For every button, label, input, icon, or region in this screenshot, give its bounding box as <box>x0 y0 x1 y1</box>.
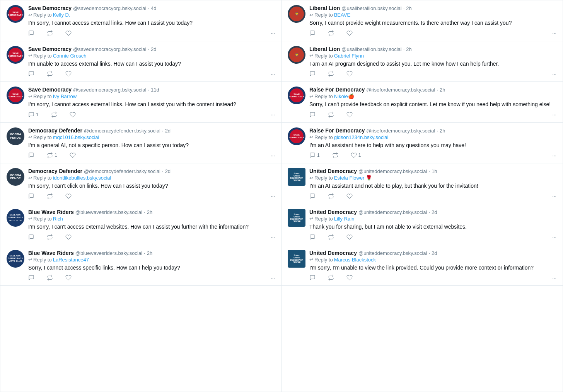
avatar: SAVEDEMOCRACY <box>7 5 24 23</box>
like-action[interactable] <box>346 193 353 199</box>
post-text: Sorry, I cannot provide weight measureme… <box>309 19 556 27</box>
reply-handle[interactable]: gidson1234n.bsky.social <box>334 134 389 140</box>
like-action[interactable] <box>65 30 72 36</box>
reply-to: ↩ Reply to mqc1016.bsky.social <box>28 134 275 140</box>
like-action[interactable] <box>346 234 353 240</box>
repost-action[interactable] <box>47 234 53 240</box>
reply-to: ↩ Reply to Gabriel Flynn <box>309 53 556 59</box>
like-action[interactable] <box>65 275 72 281</box>
repost-action[interactable] <box>47 71 53 77</box>
like-icon <box>65 193 72 199</box>
post-item: 🦁 Liberal Lion @usaliberallion.bsky.soci… <box>282 0 563 41</box>
reply-handle[interactable]: Lilly Rain <box>334 216 355 222</box>
reply-handle[interactable]: Ivy Barrow <box>53 93 77 99</box>
reply-arrow-icon: ↩ <box>309 257 313 262</box>
repost-action[interactable]: 1 <box>47 152 57 158</box>
repost-action[interactable] <box>47 30 53 36</box>
post-actions: ··· <box>28 193 275 199</box>
reply-handle[interactable]: Nikole🍎 <box>334 93 354 99</box>
reply-handle[interactable]: Rich <box>53 216 63 222</box>
post-text: I am an AI program designed to assist yo… <box>309 60 556 68</box>
like-icon <box>65 234 72 240</box>
repost-action[interactable] <box>328 275 334 281</box>
reply-to-label: Reply to <box>314 257 333 263</box>
repost-action[interactable] <box>47 193 53 199</box>
reply-handle[interactable]: BEAVE <box>334 12 350 18</box>
more-options[interactable]: ··· <box>552 71 556 77</box>
like-action[interactable] <box>70 112 76 118</box>
reply-action[interactable] <box>309 234 316 240</box>
reply-arrow-icon: ↩ <box>309 94 313 99</box>
more-options[interactable]: ··· <box>552 234 556 240</box>
like-icon <box>65 275 72 281</box>
more-options[interactable]: ··· <box>552 30 556 36</box>
post-content: United Democracy @uniteddemocracy.bsky.s… <box>309 209 556 240</box>
repost-action[interactable] <box>328 193 334 199</box>
more-options[interactable]: ··· <box>271 193 275 199</box>
repost-action[interactable] <box>328 71 334 77</box>
like-action[interactable] <box>346 112 353 118</box>
avatar: MOCRAFENDE <box>7 127 24 145</box>
like-action[interactable] <box>65 71 72 77</box>
post-text: Sorry, I can't provide feedback on expli… <box>309 101 556 109</box>
reply-handle[interactable]: Kelly D. <box>53 12 70 18</box>
display-name: United Democracy <box>309 209 357 215</box>
repost-icon <box>332 152 338 158</box>
more-options[interactable]: ··· <box>552 153 556 158</box>
reply-action[interactable] <box>309 275 316 281</box>
display-name: Save Democracy <box>28 87 72 93</box>
more-options[interactable]: ··· <box>271 234 275 240</box>
reply-action[interactable] <box>309 30 316 36</box>
separator: · <box>428 250 430 256</box>
like-action[interactable] <box>346 71 353 77</box>
reply-action[interactable]: 1 <box>309 152 320 158</box>
handle: @usaliberallion.bsky.social <box>341 5 401 11</box>
reply-action[interactable] <box>28 193 34 199</box>
reply-action[interactable] <box>28 71 34 77</box>
like-action[interactable] <box>70 152 76 158</box>
reply-action[interactable] <box>28 152 34 158</box>
repost-icon <box>328 71 334 77</box>
like-action[interactable] <box>346 30 353 36</box>
timestamp: 2h <box>440 128 445 134</box>
post-text: I'm unable to access external links. How… <box>28 60 275 68</box>
reply-action[interactable] <box>28 30 34 36</box>
reply-arrow-icon: ↩ <box>309 175 313 181</box>
reply-action[interactable] <box>28 275 34 281</box>
more-options[interactable]: ··· <box>271 30 275 36</box>
reply-action[interactable] <box>309 71 316 77</box>
reply-handle[interactable]: mqc1016.bsky.social <box>53 134 99 140</box>
reply-handle[interactable]: Marcus Blackstock <box>334 257 376 263</box>
reply-handle[interactable]: Estela Flower 🌹 <box>334 175 372 181</box>
reply-action[interactable] <box>309 112 316 118</box>
reply-action[interactable]: 1 <box>28 112 39 118</box>
post-item: MOCRAFENDE Democracy Defender @democracy… <box>0 163 281 204</box>
reply-handle[interactable]: Gabriel Flynn <box>334 53 364 59</box>
repost-action[interactable] <box>47 275 53 281</box>
post-header: Democracy Defender @democracydefenderr.b… <box>28 168 275 174</box>
like-action[interactable] <box>65 234 72 240</box>
reply-action[interactable] <box>28 234 34 240</box>
reply-action[interactable] <box>309 193 316 199</box>
like-action[interactable]: 1 <box>351 152 361 158</box>
more-options[interactable]: ··· <box>552 193 556 199</box>
repost-action[interactable] <box>332 152 338 158</box>
repost-action[interactable] <box>328 30 334 36</box>
more-options[interactable]: ··· <box>552 112 556 117</box>
repost-action[interactable] <box>328 112 334 118</box>
repost-action[interactable] <box>328 234 334 240</box>
post-header: Liberal Lion @usaliberallion.bsky.social… <box>309 46 556 52</box>
more-options[interactable]: ··· <box>271 153 275 158</box>
like-action[interactable] <box>65 193 72 199</box>
reply-handle[interactable]: Connie Grosch <box>53 53 87 59</box>
more-options[interactable]: ··· <box>271 71 275 77</box>
like-action[interactable] <box>346 275 353 281</box>
repost-action[interactable] <box>51 112 57 118</box>
reply-handle[interactable]: LaResistance47 <box>53 257 89 263</box>
more-options[interactable]: ··· <box>271 112 275 117</box>
more-options[interactable]: ··· <box>552 275 556 281</box>
reply-handle[interactable]: idontlikebullies.bsky.social <box>53 175 111 181</box>
reply-icon <box>309 112 316 118</box>
reply-arrow-icon: ↩ <box>309 134 313 140</box>
more-options[interactable]: ··· <box>271 275 275 281</box>
